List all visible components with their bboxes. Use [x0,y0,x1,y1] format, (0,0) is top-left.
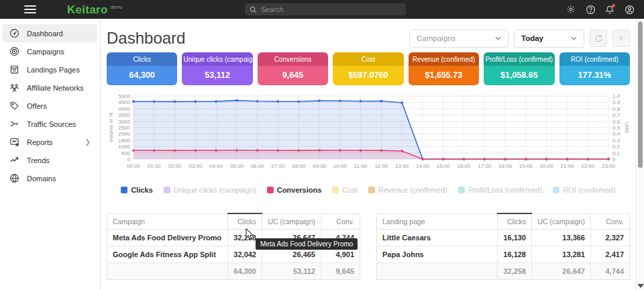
column-header-uc-campaign[interactable]: UC (campaign) [262,213,321,230]
legend-item-unique-clicks-campaign[interactable]: Unique clicks (campaign) [164,186,256,194]
stat-card-cost[interactable]: Cost$597.0760 [333,52,403,85]
legend-label: Revenue (confirmed) [378,186,447,194]
legend-item-cost[interactable]: Cost [332,186,358,194]
column-header-campaign[interactable]: Campaign [107,213,228,230]
row-value: 2,417 [591,246,630,263]
menu-toggle-icon[interactable] [24,5,36,13]
sidebar-item-label: Reports [27,138,53,146]
table-row[interactable]: Little Caesars16,13013,3662,327 [377,230,630,246]
page-title: Dashboard [107,29,185,48]
vertical-scrollbar[interactable] [635,19,644,290]
campaigns-filter-select[interactable]: Campaigns [409,30,508,48]
split-icon [9,119,19,129]
legend-item-profit-loss-confirmed[interactable]: Profit/Loss (confirmed) [458,186,543,194]
sidebar-item-offers[interactable]: Offers [3,97,97,115]
settings-gear-icon[interactable] [566,4,576,15]
global-search[interactable] [245,3,406,15]
column-header-uc-campaign[interactable]: UC (campaign) [532,213,591,230]
row-value: 13,366 [532,230,591,246]
svg-text:0.4: 0.4 [612,131,621,137]
svg-text:0: 0 [127,156,131,162]
totals-row: 32,25826,6474,744 [377,263,630,280]
svg-text:02:00: 02:00 [168,163,182,169]
sidebar-item-label: Landings Pages [27,66,80,74]
column-header-clicks[interactable]: Clicks [498,213,532,230]
table-row[interactable]: Papa Johns16,12813,2812,417 [377,246,630,263]
stat-card-value: $1,058.65 [484,66,554,85]
svg-text:1.0: 1.0 [612,93,621,99]
column-header-conv[interactable]: Conv. [591,213,630,230]
legend-swatch [553,187,559,193]
legend-swatch [267,187,274,193]
row-value: 16,128 [498,246,532,263]
stat-card-clicks[interactable]: Clicks64,300 [107,52,177,85]
svg-text:0.7: 0.7 [612,112,621,118]
keitaro-dashboard: Keitaro demo DashboardCampaignsLandings … [0,0,644,290]
svg-text:12:00: 12:00 [374,163,388,169]
stat-card-value: $597.0760 [333,66,403,85]
stat-card-label: Profit/Loss (confirmed) [484,52,554,66]
legend-label: Clicks [131,186,152,194]
total-value: 26,647 [532,263,591,280]
help-icon[interactable] [585,4,596,15]
search-icon [250,6,257,13]
sidebar-item-label: Affiliate Networks [27,84,84,92]
total-value: 9,645 [321,263,360,280]
sidebar-item-trends[interactable]: Trends [3,151,97,169]
report-icon [9,137,19,147]
brand-logo[interactable]: Keitaro demo [67,4,122,15]
column-header-landing-page[interactable]: Landing page [377,213,498,230]
tag-icon [9,101,19,111]
sidebar-item-reports[interactable]: Reports❯ [3,133,97,151]
legend-item-clicks[interactable]: Clicks [121,186,152,194]
row-name[interactable]: Little Caesars [377,230,498,246]
sidebar-item-landings-pages[interactable]: Landings Pages [3,60,97,79]
chart-legend: ClicksUnique clicks (campaign)Conversion… [107,186,630,194]
notifications-bell-icon[interactable] [604,4,615,15]
svg-text:23:00: 23:00 [602,163,616,169]
legend-label: Unique clicks (campaign) [174,186,256,194]
sidebar-item-affiliate-networks[interactable]: Affiliate Networks [3,79,97,97]
legend-item-revenue-confirmed[interactable]: Revenue (confirmed) [368,186,447,194]
search-input[interactable] [261,5,401,13]
stat-card-unique-clicks-campaign[interactable]: Unique clicks (campaign)53,112 [182,52,252,85]
row-name[interactable]: Meta Ads Food Delivery Promo [107,230,228,246]
svg-text:2500: 2500 [118,125,130,131]
date-range-select[interactable]: Today [514,30,584,48]
stat-card-profit-loss-confirmed[interactable]: Profit/Loss (confirmed)$1,058.65 [484,52,554,85]
sidebar-item-traffic-sources[interactable]: Traffic Sources [3,115,97,133]
row-name[interactable]: Google Ads Fitness App Split [107,246,228,263]
sidebar-item-domains[interactable]: Domains [3,169,97,187]
stat-card-label: Conversions [258,52,328,66]
stat-card-roi-confirmed[interactable]: ROI (confirmed)177.31% [559,52,630,85]
chart-canvas[interactable]: 0500100015002000250030003500400045005000… [107,92,630,178]
totals-row: 64,30053,1129,645 [107,263,360,280]
svg-text:21:00: 21:00 [560,163,574,169]
stat-card-revenue-confirmed[interactable]: Revenue (confirmed)$1,655.73 [409,52,479,85]
sidebar-item-campaigns[interactable]: Campaigns [3,42,97,60]
dashboard-settings-button[interactable] [612,30,630,47]
legend-item-conversions[interactable]: Conversions [267,186,322,194]
column-header-clicks[interactable]: Clicks [228,213,262,230]
svg-text:11:00: 11:00 [354,163,368,169]
user-avatar-icon[interactable] [624,4,635,15]
legend-item-roi-confirmed[interactable]: ROI (confirmed) [553,186,615,194]
svg-text:Volume or %: Volume or % [108,112,114,142]
svg-text:04:00: 04:00 [209,163,223,169]
row-name[interactable]: Papa Johns [377,246,498,263]
stat-card-conversions[interactable]: Conversions9,645 [258,52,328,85]
svg-text:4500: 4500 [118,99,130,105]
sidebar-item-dashboard[interactable]: Dashboard [3,24,97,42]
stat-card-label: Clicks [107,52,177,66]
target-icon [9,46,19,56]
topbar: Keitaro demo [0,0,644,19]
refresh-button[interactable] [590,30,607,47]
column-header-conv[interactable]: Conv. [321,213,360,230]
scrollbar-thumb[interactable] [638,21,643,168]
svg-text:22:00: 22:00 [581,163,595,169]
stat-card-value: 9,645 [258,66,328,85]
svg-text:13:00: 13:00 [395,163,409,169]
gauge-icon [9,28,19,38]
scroll-down-icon[interactable] [637,284,644,288]
legend-label: Cost [342,186,358,194]
